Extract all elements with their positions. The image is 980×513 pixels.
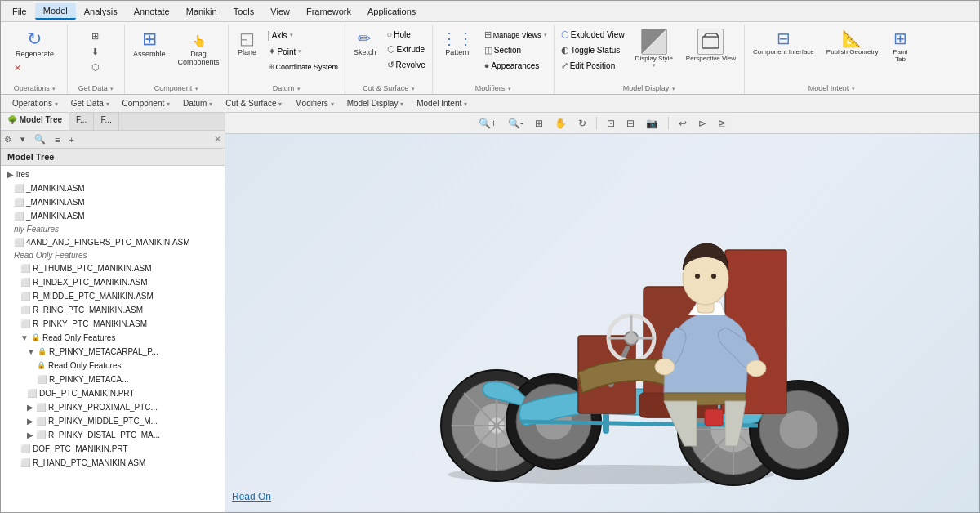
tree-item[interactable]: ▶ ⬜ R_PINKY_PROXIMAL_PTC...: [1, 400, 225, 414]
assemble-button[interactable]: ⊞ Assemble: [128, 26, 171, 60]
edit-position-button[interactable]: ⤢ Edit Position: [558, 59, 628, 73]
read-on-link[interactable]: Read On: [232, 491, 271, 502]
tree-item[interactable]: ⬜ R_PINKY_PTC_MANIKIN.ASM: [1, 317, 225, 331]
sketch-button[interactable]: ✏ Sketch: [349, 26, 381, 59]
camera-btn[interactable]: 📷: [642, 115, 662, 132]
datum-group-label[interactable]: Datum ▾: [229, 84, 345, 92]
display-style-label: Display Style: [635, 55, 673, 62]
exploded-view-button[interactable]: ⬡ Exploded View: [558, 28, 628, 42]
hole-button[interactable]: ○ Hole: [384, 28, 429, 41]
zoom-in-btn[interactable]: 🔍+: [474, 115, 501, 132]
view-btn1[interactable]: ⊡: [603, 115, 619, 132]
revolve-icon: ↺: [387, 60, 394, 70]
view-btn2[interactable]: ⊟: [622, 115, 639, 132]
sidebar-add-btn[interactable]: +: [65, 133, 77, 146]
tree-item[interactable]: ⬜ R_MIDDLE_PTC_MANIKIN.ASM: [1, 289, 225, 303]
get-data-btn1[interactable]: ⊞: [88, 29, 104, 43]
toggle-status-button[interactable]: ◐ Toggle Status: [558, 43, 628, 57]
menu-annotate[interactable]: Annotate: [126, 4, 178, 19]
publish-geometry-button[interactable]: 📐 Publish Geometry: [822, 26, 884, 58]
tree-item[interactable]: ⬜ R_RING_PTC_MANIKIN.ASM: [1, 303, 225, 317]
model-display-group-label[interactable]: Model Display ▾: [555, 84, 744, 92]
sidebar-tab-f2[interactable]: F...: [94, 113, 118, 130]
sidebar-search-btn[interactable]: 🔍: [31, 132, 49, 146]
model-intent-group-label[interactable]: Model Intent ▾: [745, 84, 918, 92]
perspective-view-button[interactable]: Perspective View: [681, 26, 741, 71]
regenerate-button[interactable]: ↻ Regenerate: [11, 26, 59, 60]
axis-button[interactable]: | Axis ▾: [265, 28, 342, 42]
section-button[interactable]: ◫ Section: [481, 43, 550, 57]
menu-applications[interactable]: Applications: [359, 4, 424, 19]
sub-datum[interactable]: Datum ▾: [178, 97, 217, 109]
sidebar-collapse-btn[interactable]: ▾: [17, 132, 29, 146]
file-icon: ⬜: [14, 182, 24, 194]
tree-item[interactable]: ⬜ R_THUMB_PTC_MANIKIN.ASM: [1, 261, 225, 275]
sub-operations[interactable]: Operations ▾: [7, 97, 63, 109]
coordinate-system-button[interactable]: ⊕ Coordinate System: [265, 60, 342, 73]
tree-item[interactable]: ▶ ⬜ R_PINKY_DISTAL_PTC_MA...: [1, 428, 225, 442]
tree-item[interactable]: ⬜ _MANIKIN.ASM: [1, 181, 225, 195]
display-style-button[interactable]: Display Style ▾: [630, 26, 678, 71]
menu-analysis[interactable]: Analysis: [76, 4, 126, 19]
tree-item[interactable]: ⬜ DOF_PTC_MANIKIN.PRT: [1, 442, 225, 456]
menu-view[interactable]: View: [262, 4, 298, 19]
modifiers-group-label[interactable]: Modifiers ▾: [433, 84, 554, 92]
sub-model-display[interactable]: Model Display ▾: [342, 97, 409, 109]
close-button[interactable]: ✕: [11, 61, 24, 75]
tree-item[interactable]: 🔒 Read Only Features: [1, 359, 225, 372]
manage-views-button[interactable]: ⊞ Manage Views ▾: [481, 28, 550, 42]
sub-component[interactable]: Component ▾: [118, 97, 175, 109]
extrude-button[interactable]: ⬡ Extrude: [384, 42, 429, 56]
pan-btn[interactable]: ✋: [550, 115, 571, 132]
cut-surface-group-label[interactable]: Cut & Surface ▾: [345, 84, 432, 92]
tree-item[interactable]: ▶ ⬜ R_PINKY_MIDDLE_PTC_M...: [1, 414, 225, 428]
expand-icon: ▼: [20, 332, 29, 344]
tree-item[interactable]: ⬜ R_PINKY_METACA...: [1, 372, 225, 386]
component-interface-button[interactable]: ⊟ Component Interface: [748, 26, 819, 58]
rotate-btn[interactable]: ↻: [574, 115, 590, 132]
toggle-status-label: Toggle Status: [571, 46, 621, 55]
tree-item[interactable]: ⬜ R_INDEX_PTC_MANIKIN.ASM: [1, 275, 225, 289]
sub-model-intent[interactable]: Model Intent ▾: [412, 97, 472, 109]
sidebar-tab-f1[interactable]: F...: [69, 113, 94, 130]
plane-label: Plane: [238, 48, 256, 56]
appearances-button[interactable]: ● Appearances: [481, 59, 550, 72]
menu-file[interactable]: File: [4, 4, 35, 19]
sidebar-tab-model-tree[interactable]: 🌳 Model Tree: [1, 113, 69, 130]
tree-item[interactable]: ⬜ _MANIKIN.ASM: [1, 195, 225, 209]
revolve-button[interactable]: ↺ Revolve: [384, 58, 429, 72]
family-tab-button[interactable]: ⊞ FamiTab: [885, 26, 915, 65]
nav-btn1[interactable]: ⊳: [694, 115, 710, 132]
revolve-label: Revolve: [396, 60, 425, 69]
get-data-btn2[interactable]: ⬇: [88, 45, 104, 59]
drag-components-button[interactable]: 👆 DragComponents: [173, 26, 225, 69]
menu-tools[interactable]: Tools: [225, 4, 263, 19]
get-data-group-label[interactable]: Get Data ▾: [68, 84, 124, 92]
viewport-canvas[interactable]: Read On: [225, 134, 979, 512]
tree-item[interactable]: ▼ 🔒 Read Only Features: [1, 331, 225, 345]
zoom-fit-btn[interactable]: ⊞: [531, 115, 547, 132]
tree-item[interactable]: ⬜ R_HAND_PTC_MANIKIN.ASM: [1, 456, 225, 470]
tree-item[interactable]: ⬜ 4AND_AND_FINGERS_PTC_MANIKIN.ASM: [1, 235, 225, 249]
plane-button[interactable]: ◱ Plane: [232, 26, 263, 59]
zoom-out-btn[interactable]: 🔍-: [504, 115, 528, 132]
get-data-btn3[interactable]: ⬡: [88, 60, 104, 74]
sidebar-filter-btn[interactable]: ≡: [51, 133, 63, 146]
sub-modifiers[interactable]: Modifiers ▾: [290, 97, 338, 109]
tree-item[interactable]: ▶ ires: [1, 167, 225, 181]
undo-view-btn[interactable]: ↩: [675, 115, 691, 132]
menu-manikin[interactable]: Manikin: [178, 4, 225, 19]
tree-item[interactable]: ▼ 🔒 R_PINKY_METACARPAL_P...: [1, 345, 225, 359]
sub-cut-surface[interactable]: Cut & Surface ▾: [220, 97, 287, 109]
nav-btn2[interactable]: ⊵: [714, 115, 730, 132]
point-button[interactable]: ✦ Point ▾: [265, 44, 342, 59]
sub-get-data[interactable]: Get Data ▾: [66, 97, 114, 109]
menu-model[interactable]: Model: [35, 3, 76, 20]
pattern-button[interactable]: ⋮⋮ Pattern: [436, 26, 479, 59]
tree-item[interactable]: ⬜ _MANIKIN.ASM: [1, 209, 225, 223]
tree-item[interactable]: ⬜ DOF_PTC_MANIKIN.PRT: [1, 386, 225, 400]
sidebar-close-btn[interactable]: ✕: [214, 134, 221, 145]
menu-framework[interactable]: Framework: [298, 4, 359, 19]
component-group-label[interactable]: Component ▾: [125, 84, 228, 92]
operations-group-label[interactable]: Operations ▾: [2, 84, 67, 92]
